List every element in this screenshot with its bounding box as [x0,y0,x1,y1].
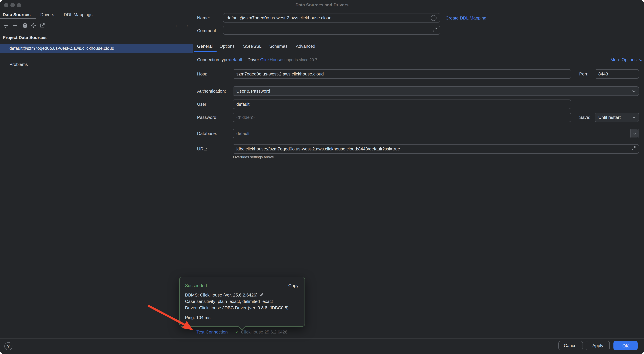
color-ring-icon[interactable] [431,15,436,21]
comment-input[interactable] [223,26,440,35]
tab-data-sources[interactable]: Data Sources [3,12,30,17]
tab-advanced[interactable]: Advanced [296,44,315,49]
back-icon[interactable]: ← [174,22,180,28]
chevron-down-icon [632,90,636,92]
port-label: Port: [579,69,588,79]
popup-case-line: Case sensitivity: plain=exact, delimited… [185,299,273,304]
host-input[interactable]: szm7oqed0o.us-west-2.aws.clickhouse.clou… [233,69,571,79]
dbms-text: DBMS: ClickHouse (ver. 25.6.2.6426) [185,292,258,297]
general-tab-underline [194,51,216,52]
connection-status-text: ClickHouse 25.6.2.6426 [241,329,288,335]
database-dropdown-button[interactable] [630,129,639,137]
tabs-separator [0,19,193,19]
authentication-select[interactable]: User & Password [233,86,639,96]
cancel-button[interactable]: Cancel [558,341,583,350]
test-connection-link[interactable]: Test Connection [196,329,228,335]
connection-type-label: Connection type: [197,57,230,62]
popup-dbms-line: DBMS: ClickHouse (ver. 25.6.2.6426) [185,292,264,298]
host-label: Host: [197,69,207,79]
clickhouse-icon [3,46,8,50]
expand-icon[interactable] [432,27,437,33]
data-source-list-item[interactable]: default@szm7oqed0o.us-west-2.aws.clickho… [0,44,193,53]
driver-value[interactable]: ClickHouse [260,57,282,62]
chevron-down-icon [632,116,636,118]
list-section-separator [2,56,191,56]
project-data-sources-header: Project Data Sources [3,35,47,40]
test-connection-popup: Succeeded Copy DBMS: ClickHouse (ver. 25… [179,277,305,327]
name-label: Name: [197,13,210,23]
gear-icon[interactable] [31,23,36,28]
database-input[interactable]: default [233,129,639,138]
apply-button[interactable]: Apply [586,341,610,350]
expand-icon[interactable] [631,146,636,152]
tab-schemas[interactable]: Schemas [269,44,288,49]
button-bar-separator [0,338,644,338]
copy-link[interactable]: Copy [288,283,298,288]
popup-notch [238,323,246,330]
save-value: Until restart [598,115,621,120]
help-icon[interactable]: ? [4,342,12,350]
status-bar-separator [193,327,644,327]
popup-driver-line: Driver: ClickHouse JDBC Driver (ver. 0.8… [185,305,288,310]
forward-icon[interactable]: → [184,22,189,28]
tab-ddl-mappings[interactable]: DDL Mappings [64,12,92,17]
copy-icon[interactable] [22,23,28,28]
comment-label: Comment: [197,26,217,35]
remove-icon[interactable] [12,23,18,28]
pencil-icon[interactable] [260,293,264,297]
popup-status: Succeeded [185,283,207,288]
database-label: Database: [197,129,217,138]
port-input[interactable]: 8443 [595,69,639,79]
tab-general[interactable]: General [197,44,213,49]
authentication-label: Authentication: [197,86,226,96]
more-options-link[interactable]: More Options [610,57,642,62]
tab-drivers[interactable]: Drivers [40,12,54,17]
connection-type-value[interactable]: default [229,57,242,62]
export-icon[interactable] [40,23,45,28]
window-title: Data Sources and Drivers [0,2,644,8]
save-label: Save: [579,113,590,122]
tab-options[interactable]: Options [220,44,235,49]
driver-label: Driver: [248,57,260,62]
url-note: Overrides settings above [233,155,274,159]
data-sources-dialog: Data Sources and Drivers Data Sources Dr… [0,0,644,354]
user-input[interactable]: default [233,99,571,109]
name-input[interactable]: default@szm7oqed0o.us-west-2.aws.clickho… [223,13,440,23]
password-label: Password: [197,113,218,122]
tab-ssh-ssl[interactable]: SSH/SSL [243,44,262,49]
annotation-arrow [144,301,198,334]
ok-button[interactable]: OK [614,341,638,350]
problems-item[interactable]: Problems [10,62,28,67]
url-input[interactable]: jdbc:clickhouse://szm7oqed0o.us-west-2.a… [233,144,639,154]
create-ddl-mapping-link[interactable]: Create DDL Mapping [446,16,486,21]
save-select[interactable]: Until restart [595,113,639,122]
password-input[interactable]: <hidden> [233,113,571,122]
chevron-down-icon [633,132,636,134]
checkmark-icon: ✓ [235,329,239,335]
user-label: User: [197,99,208,109]
url-label: URL: [197,144,207,154]
driver-note: supports since 20.7 [282,58,317,62]
form-tabs-separator [194,52,644,52]
add-icon[interactable] [3,23,9,28]
data-source-name: default@szm7oqed0o.us-west-2.aws.clickho… [10,46,114,51]
more-options-label: More Options [610,57,636,62]
authentication-value: User & Password [236,89,270,94]
chevron-down-icon [639,59,642,61]
